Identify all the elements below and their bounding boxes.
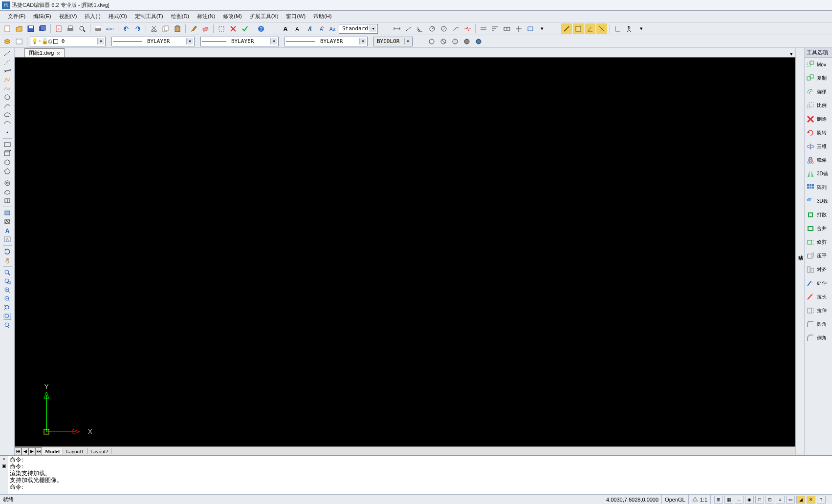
layout-tab-model[interactable]: Model: [42, 448, 63, 454]
help-icon[interactable]: ?: [256, 23, 266, 34]
brush-icon[interactable]: [188, 23, 199, 34]
nav-first-icon[interactable]: ⏮: [15, 447, 22, 455]
polygon2-icon[interactable]: [2, 167, 13, 175]
dim-angular-icon[interactable]: [415, 23, 426, 34]
pline-icon[interactable]: [2, 75, 13, 84]
nav-prev-icon[interactable]: ◀: [22, 447, 28, 455]
dim-style-icon[interactable]: [525, 23, 536, 34]
menu-view[interactable]: 视图(V): [55, 12, 81, 21]
tool-trim[interactable]: 修剪: [805, 235, 832, 249]
xline-icon[interactable]: [2, 66, 13, 75]
layer-dropdown[interactable]: 💡 ☀ 🔓 ⎙ 0 ▾: [30, 37, 106, 46]
ortho-toggle[interactable]: ∟: [735, 496, 744, 504]
nav-next-icon[interactable]: ▶: [28, 447, 35, 455]
more-icon[interactable]: ▾: [636, 23, 647, 34]
menu-file[interactable]: 文件(F): [4, 12, 29, 21]
layout-tab-layout1[interactable]: Layout1: [63, 448, 88, 454]
dim-diameter-icon[interactable]: [438, 23, 449, 34]
zoom-all-icon[interactable]: [2, 312, 13, 321]
revcloud-icon[interactable]: [2, 196, 13, 205]
tool-lengthen[interactable]: 拉长: [805, 290, 832, 304]
command-text[interactable]: 命令: 命令: 渲染支持加载。 支持加载光栅图像。 命令:: [8, 456, 832, 494]
menu-edit[interactable]: 编辑(E): [29, 12, 55, 21]
measure-dist-icon[interactable]: [561, 23, 572, 34]
tool-mirror[interactable]: 镜像: [805, 153, 832, 167]
tool-explode[interactable]: 打散: [805, 208, 832, 222]
rectangle-icon[interactable]: [2, 140, 13, 149]
tool-align[interactable]: 对齐: [805, 263, 832, 276]
menu-help[interactable]: 帮助(H): [309, 12, 335, 21]
polygon-icon[interactable]: [2, 158, 13, 167]
polar-toggle[interactable]: ◉: [745, 496, 754, 504]
text-a-icon[interactable]: A: [2, 226, 13, 235]
preview-icon[interactable]: [77, 23, 88, 34]
point-icon[interactable]: [2, 128, 13, 137]
zoom-prev-icon[interactable]: [2, 321, 13, 330]
dim-leader-icon[interactable]: [450, 23, 461, 34]
line-icon[interactable]: [2, 49, 13, 58]
extra3-toggle[interactable]: ?: [817, 496, 826, 504]
cloud-icon[interactable]: [2, 188, 13, 196]
rect-3d-icon[interactable]: [2, 149, 13, 158]
view-shaded-icon[interactable]: [450, 36, 460, 47]
text-height-icon[interactable]: A: [304, 23, 314, 34]
status-render[interactable]: OpenGL: [661, 495, 688, 504]
zoom-out-icon[interactable]: [2, 294, 13, 303]
osnap-toggle[interactable]: □: [755, 496, 764, 504]
new-icon[interactable]: [2, 23, 13, 34]
linetype2-dropdown[interactable]: BYLAYER ▾: [285, 37, 368, 46]
hatch-icon[interactable]: [2, 217, 13, 226]
grid-toggle[interactable]: ▦: [724, 496, 733, 504]
dim-continue-icon[interactable]: [478, 23, 489, 34]
run-icon[interactable]: [624, 23, 635, 34]
print-icon[interactable]: [65, 23, 76, 34]
tool-fillet[interactable]: 圆角: [805, 317, 832, 331]
lwt-toggle[interactable]: ≡: [776, 496, 785, 504]
tool-array[interactable]: 阵列: [805, 181, 832, 194]
status-scale[interactable]: 1:1: [688, 495, 710, 504]
zoom-window-icon[interactable]: [2, 277, 13, 286]
menu-format[interactable]: 格式(O): [105, 12, 131, 21]
text-edit-icon[interactable]: A: [315, 23, 326, 34]
undo-icon[interactable]: [121, 23, 131, 34]
ray-icon[interactable]: [2, 58, 13, 66]
copy-icon[interactable]: [160, 23, 171, 34]
dim-arrow-icon[interactable]: ▾: [537, 23, 547, 34]
measure-angle-icon[interactable]: [585, 23, 595, 34]
linetype-dropdown[interactable]: BYLAYER ▾: [111, 37, 195, 46]
eraser-icon[interactable]: [200, 23, 211, 34]
layer-manage-icon[interactable]: [2, 36, 13, 47]
pan-icon[interactable]: [2, 256, 13, 265]
layer-state-icon[interactable]: [14, 36, 24, 47]
model-toggle[interactable]: ▭: [786, 496, 795, 504]
close-icon[interactable]: ×: [57, 50, 60, 56]
tool-join[interactable]: 合并: [805, 222, 832, 235]
select-icon[interactable]: [216, 23, 227, 34]
zoom-in-icon[interactable]: [2, 286, 13, 294]
tool-scale[interactable]: 比例: [805, 99, 832, 112]
text-style-dropdown[interactable]: Standard ▾: [339, 24, 378, 34]
arc-icon[interactable]: [2, 102, 13, 110]
tool-delete[interactable]: 删除: [805, 112, 832, 126]
save-icon[interactable]: [25, 23, 36, 34]
spline-icon[interactable]: [2, 84, 13, 93]
print2-icon[interactable]: [93, 23, 104, 34]
tool-move[interactable]: Mov: [805, 58, 832, 71]
zoom-realtime-icon[interactable]: [2, 268, 13, 277]
zoom-extents-icon[interactable]: [2, 303, 13, 312]
measure-id-icon[interactable]: [596, 23, 607, 34]
dim-tolerance-icon[interactable]: [502, 23, 512, 34]
check-icon[interactable]: [240, 23, 250, 34]
text-style-icon[interactable]: Aa: [327, 23, 338, 34]
dim-center-icon[interactable]: [513, 23, 524, 34]
tool-copy[interactable]: 复制: [805, 71, 832, 85]
text-bold-icon[interactable]: A: [280, 23, 291, 34]
tool-3darray[interactable]: 3D数: [805, 194, 832, 208]
tool-flatten[interactable]: 压平: [805, 249, 832, 263]
tool-chamfer[interactable]: 倒角: [805, 331, 832, 345]
layout-tab-layout2[interactable]: Layout2: [88, 448, 112, 454]
extra2-toggle[interactable]: ✕: [807, 496, 815, 504]
paste-icon[interactable]: [172, 23, 183, 34]
cmd-pin-icon[interactable]: ▣: [0, 462, 8, 469]
mtext-icon[interactable]: A: [2, 235, 13, 244]
